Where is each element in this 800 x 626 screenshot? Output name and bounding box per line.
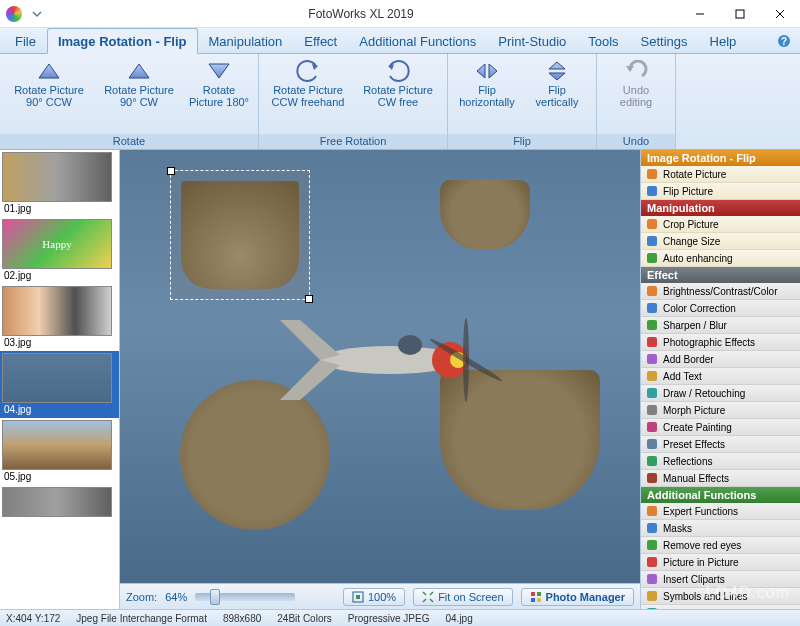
side-section-header[interactable]: Manipulation bbox=[641, 200, 800, 216]
side-item-label: Remove red eyes bbox=[663, 540, 741, 551]
slider-thumb[interactable] bbox=[210, 589, 220, 605]
thumbnail-item[interactable]: 03.jpg bbox=[0, 284, 119, 351]
side-item[interactable]: Draw / Retouching bbox=[641, 385, 800, 402]
side-item[interactable]: Preset Effects bbox=[641, 436, 800, 453]
side-item[interactable]: Insert Cliparts bbox=[641, 571, 800, 588]
flip-horizontal-button[interactable]: Flip horizontally bbox=[452, 56, 522, 132]
side-item[interactable]: Auto enhancing bbox=[641, 250, 800, 267]
btn-line2: editing bbox=[620, 96, 652, 108]
side-item[interactable]: Masks bbox=[641, 520, 800, 537]
image-element bbox=[440, 180, 530, 250]
side-item-icon bbox=[645, 369, 659, 383]
tab-manipulation[interactable]: Manipulation bbox=[198, 28, 294, 53]
image-element bbox=[270, 290, 510, 410]
side-item[interactable]: Manual Effects bbox=[641, 470, 800, 487]
side-section-header[interactable]: Effect bbox=[641, 267, 800, 283]
side-item-label: Flip Picture bbox=[663, 186, 713, 197]
zoom-value: 64% bbox=[165, 591, 187, 603]
side-item[interactable]: Symbols and Lines bbox=[641, 588, 800, 605]
side-item-label: Morph Picture bbox=[663, 405, 725, 416]
side-item[interactable]: Photographic Effects bbox=[641, 334, 800, 351]
side-item-icon bbox=[645, 420, 659, 434]
thumbnail-item[interactable]: 04.jpg bbox=[0, 351, 119, 418]
rotate-180-button[interactable]: Rotate Picture 180° bbox=[184, 56, 254, 132]
image-canvas[interactable] bbox=[120, 150, 640, 583]
tab-file[interactable]: File bbox=[4, 28, 47, 53]
side-item[interactable]: Reflections bbox=[641, 453, 800, 470]
side-section-header[interactable]: Additional Functions bbox=[641, 487, 800, 503]
rotate-180-icon bbox=[205, 60, 233, 82]
thumbnail-item[interactable]: 05.jpg bbox=[0, 418, 119, 485]
side-panel[interactable]: Image Rotation - FlipRotate PictureFlip … bbox=[640, 150, 800, 609]
undo-editing-button[interactable]: Undo editing bbox=[601, 56, 671, 132]
thumbnail-panel[interactable]: 01.jpg Happy 02.jpg 03.jpg 04.jpg 05.jpg bbox=[0, 150, 120, 609]
fit-on-screen-button[interactable]: Fit on Screen bbox=[413, 588, 512, 606]
side-item[interactable]: Rotate Picture bbox=[641, 166, 800, 183]
thumbnail-image: Happy bbox=[2, 219, 112, 269]
close-button[interactable] bbox=[760, 0, 800, 28]
btn-line1: Rotate Picture bbox=[14, 84, 84, 96]
side-item[interactable]: Create Painting bbox=[641, 419, 800, 436]
zoom-slider[interactable] bbox=[195, 593, 295, 601]
side-item[interactable]: Add Border bbox=[641, 351, 800, 368]
flip-h-icon bbox=[473, 60, 501, 82]
tab-help[interactable]: Help bbox=[699, 28, 748, 53]
tab-print-studio[interactable]: Print-Studio bbox=[487, 28, 577, 53]
svg-rect-13 bbox=[531, 598, 535, 602]
btn-line1: Rotate bbox=[203, 84, 235, 96]
side-item-icon bbox=[645, 251, 659, 265]
side-item[interactable]: Change Size bbox=[641, 233, 800, 250]
svg-rect-15 bbox=[647, 169, 657, 179]
thumbnail-item[interactable] bbox=[0, 485, 119, 519]
side-item[interactable]: Create collage bbox=[641, 605, 800, 609]
side-item[interactable]: Picture in Picture bbox=[641, 554, 800, 571]
photo-manager-button[interactable]: Photo Manager bbox=[521, 588, 634, 606]
selection-rectangle[interactable] bbox=[170, 170, 310, 300]
minimize-button[interactable] bbox=[680, 0, 720, 28]
zoom-100-button[interactable]: 100% bbox=[343, 588, 405, 606]
btn-line2: Picture 180° bbox=[189, 96, 249, 108]
maximize-button[interactable] bbox=[720, 0, 760, 28]
qat-dropdown-icon[interactable] bbox=[32, 9, 42, 19]
tab-tools[interactable]: Tools bbox=[577, 28, 629, 53]
rotate-cw-free-button[interactable]: Rotate Picture CW free bbox=[353, 56, 443, 132]
content-area: 01.jpg Happy 02.jpg 03.jpg 04.jpg 05.jpg bbox=[0, 150, 800, 609]
side-item-icon bbox=[645, 538, 659, 552]
side-item[interactable]: Morph Picture bbox=[641, 402, 800, 419]
svg-rect-27 bbox=[647, 405, 657, 415]
side-item-label: Insert Cliparts bbox=[663, 574, 725, 585]
svg-rect-12 bbox=[537, 592, 541, 596]
rotate-90-ccw-button[interactable]: Rotate Picture 90° CCW bbox=[4, 56, 94, 132]
side-item[interactable]: Expert Functions bbox=[641, 503, 800, 520]
thumbnail-item[interactable]: 01.jpg bbox=[0, 150, 119, 217]
btn-line2: 90° CW bbox=[120, 96, 158, 108]
side-item[interactable]: Color Correction bbox=[641, 300, 800, 317]
side-item[interactable]: Remove red eyes bbox=[641, 537, 800, 554]
side-item-icon bbox=[645, 454, 659, 468]
svg-rect-26 bbox=[647, 388, 657, 398]
tab-effect[interactable]: Effect bbox=[293, 28, 348, 53]
thumbnail-image bbox=[2, 286, 112, 336]
tab-image-rotation-flip[interactable]: Image Rotation - Flip bbox=[47, 28, 198, 54]
group-label-undo: Undo bbox=[597, 134, 675, 149]
ribbon-group-rotate: Rotate Picture 90° CCW Rotate Picture 90… bbox=[0, 54, 259, 149]
side-section-header[interactable]: Image Rotation - Flip bbox=[641, 150, 800, 166]
status-dims: 898x680 bbox=[223, 613, 261, 624]
thumbnail-item[interactable]: Happy 02.jpg bbox=[0, 217, 119, 284]
side-item[interactable]: Brightness/Contrast/Color bbox=[641, 283, 800, 300]
tab-settings[interactable]: Settings bbox=[630, 28, 699, 53]
tab-additional-functions[interactable]: Additional Functions bbox=[348, 28, 487, 53]
side-item[interactable]: Crop Picture bbox=[641, 216, 800, 233]
side-item[interactable]: Sharpen / Blur bbox=[641, 317, 800, 334]
zoom-100-icon bbox=[352, 591, 364, 603]
side-item[interactable]: Add Text bbox=[641, 368, 800, 385]
svg-rect-28 bbox=[647, 422, 657, 432]
help-icon[interactable]: ? bbox=[768, 28, 800, 53]
flip-vertical-button[interactable]: Flip vertically bbox=[522, 56, 592, 132]
statusbar: X:404 Y:172 Jpeg File Interchange Format… bbox=[0, 609, 800, 626]
side-item-label: Auto enhancing bbox=[663, 253, 733, 264]
rotate-ccw-freehand-button[interactable]: Rotate Picture CCW freehand bbox=[263, 56, 353, 132]
app-icon[interactable] bbox=[6, 6, 22, 22]
side-item[interactable]: Flip Picture bbox=[641, 183, 800, 200]
rotate-90-cw-button[interactable]: Rotate Picture 90° CW bbox=[94, 56, 184, 132]
